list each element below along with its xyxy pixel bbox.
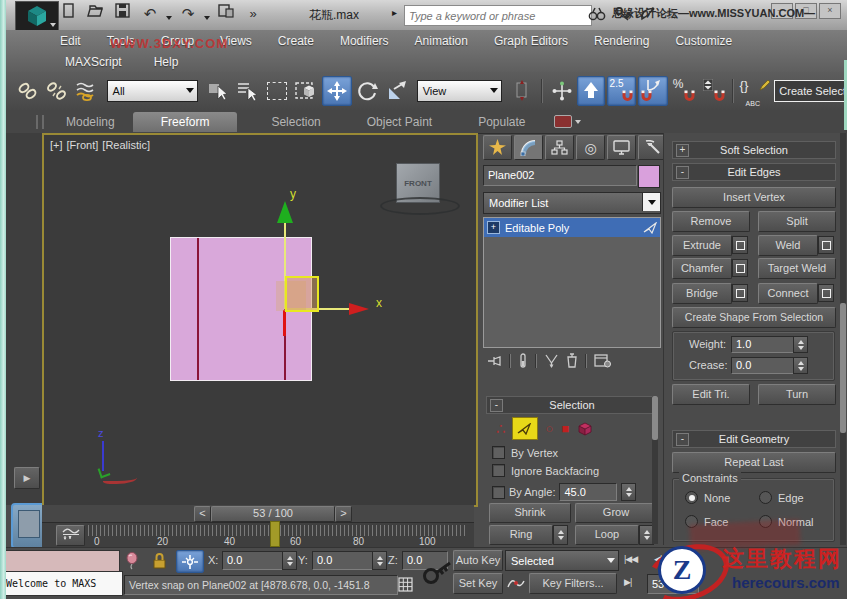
selection-lock-icon[interactable] — [152, 552, 167, 569]
weld-button[interactable]: Weld — [758, 235, 818, 256]
object-name-field[interactable]: Plane002 — [483, 165, 637, 186]
bind-to-space-warp-icon[interactable] — [73, 77, 101, 105]
soft-selection-rollout-header[interactable]: + Soft Selection — [672, 141, 836, 159]
ignore-backfacing-checkbox[interactable] — [492, 464, 505, 477]
menu-modifiers[interactable]: Modifiers — [337, 34, 392, 48]
license-key-icon[interactable] — [614, 6, 631, 22]
viewport-menu-shading[interactable]: [Realistic] — [102, 139, 150, 151]
window-crossing-toggle-icon[interactable] — [293, 77, 321, 105]
time-slider[interactable]: 53 / 100 — [211, 506, 335, 522]
extrude-settings-button[interactable] — [732, 236, 748, 254]
ribbon-tab-modeling[interactable]: Modeling — [54, 112, 127, 132]
ring-spinner[interactable] — [553, 525, 568, 545]
by-angle-row[interactable]: By Angle: 45.0 — [492, 483, 636, 501]
select-by-name-icon[interactable] — [234, 77, 262, 105]
repeat-last-button[interactable]: Repeat Last — [672, 452, 836, 473]
crease-field[interactable]: 0.0 — [731, 357, 795, 374]
show-end-result-icon[interactable] — [518, 353, 528, 368]
reference-coordinate-dropdown[interactable]: View — [417, 80, 503, 102]
bridge-settings-button[interactable] — [732, 284, 748, 302]
previous-frame-icon[interactable]: ◀| — [654, 554, 661, 564]
key-filters-button[interactable]: Key Filters... — [529, 573, 617, 594]
motion-tab[interactable]: ◎ — [576, 135, 605, 160]
viewport-menu-general[interactable]: [+] — [50, 139, 63, 151]
panel-scrollbar-thumb[interactable] — [652, 396, 658, 440]
by-angle-field[interactable]: 45.0 — [559, 483, 617, 501]
isolate-selection-icon[interactable] — [124, 552, 140, 570]
plane-edge-line[interactable] — [197, 238, 199, 380]
edit-named-selection-sets-icon[interactable]: {} ABC — [739, 77, 772, 105]
edge-subobject-button-active[interactable] — [512, 417, 538, 440]
target-weld-button[interactable]: Target Weld — [758, 258, 836, 279]
redo-icon[interactable]: ↷ — [177, 3, 199, 25]
weld-settings-button[interactable] — [818, 236, 834, 254]
hierarchy-tab[interactable] — [545, 135, 574, 160]
by-angle-checkbox[interactable] — [492, 486, 505, 499]
by-angle-spinner[interactable] — [621, 483, 636, 501]
display-tab[interactable] — [607, 135, 636, 160]
panel2-scrollbar-track[interactable] — [840, 133, 846, 545]
x-spinner[interactable] — [282, 551, 297, 570]
maxscript-mini-listener[interactable]: Welcome to MAXS — [2, 571, 123, 596]
undo-dropdown-icon[interactable] — [166, 16, 172, 20]
app-menu-button[interactable] — [15, 1, 59, 31]
configure-modifier-sets-icon[interactable] — [594, 353, 611, 368]
vertex-subobject-icon[interactable]: ∴ — [496, 420, 504, 438]
stack-expand-icon[interactable]: + — [487, 221, 500, 234]
restore-button[interactable]: □ — [795, 3, 817, 19]
y-coordinate-field[interactable]: 0.0 — [312, 551, 376, 570]
mini-curve-editor-button[interactable] — [56, 525, 85, 546]
viewport-front[interactable]: [+] [Front] [Realistic] FRONT y x z — [42, 133, 478, 507]
menu-graph-editors[interactable]: Graph Editors — [491, 34, 571, 48]
remove-modifier-icon[interactable] — [566, 353, 578, 368]
rectangular-selection-region-icon[interactable] — [263, 77, 291, 105]
loop-button[interactable]: Loop — [575, 525, 639, 545]
insert-vertex-button[interactable]: Insert Vertex — [672, 187, 836, 208]
auto-key-button[interactable]: Auto Key — [453, 550, 503, 571]
normal-radio[interactable] — [759, 515, 772, 528]
named-selection-input[interactable]: Create Selection — [774, 80, 847, 102]
default-tangent-icon[interactable] — [507, 575, 525, 591]
extrude-button[interactable]: Extrude — [672, 235, 732, 256]
ribbon-minimize-dropdown[interactable] — [554, 115, 581, 128]
bridge-button[interactable]: Bridge — [672, 283, 732, 304]
viewcube-compass-ring[interactable] — [380, 197, 460, 215]
chamfer-button[interactable]: Chamfer — [672, 258, 732, 279]
connect-settings-button[interactable] — [818, 284, 834, 302]
selection-rollout-header[interactable]: - Selection — [486, 396, 658, 414]
sidebar-expand-button[interactable]: ▶ — [14, 467, 40, 489]
use-pivot-point-icon[interactable] — [508, 77, 536, 105]
crease-spinner[interactable] — [793, 357, 808, 374]
current-frame-marker[interactable] — [270, 521, 280, 547]
pin-stack-icon[interactable] — [487, 354, 502, 368]
by-vertex-row[interactable]: By Vertex — [492, 446, 558, 459]
key-mode-dropdown[interactable]: Selected — [505, 550, 619, 571]
menu-help[interactable]: Help — [151, 55, 182, 69]
communication-center-icon[interactable] — [639, 6, 657, 22]
menu-views[interactable]: Views — [217, 34, 255, 48]
split-button[interactable]: Split — [758, 211, 836, 232]
ribbon-grip[interactable] — [36, 115, 44, 129]
object-color-swatch[interactable] — [638, 165, 660, 188]
menu-animation[interactable]: Animation — [412, 34, 471, 48]
qat-more-icon[interactable]: » — [242, 3, 264, 25]
element-subobject-icon[interactable] — [577, 421, 593, 436]
edit-edges-rollout-header[interactable]: - Edit Edges — [672, 163, 836, 181]
face-radio[interactable] — [685, 515, 698, 528]
constraint-edge[interactable]: Edge — [759, 491, 804, 504]
save-file-icon[interactable] — [112, 3, 134, 25]
open-file-icon[interactable] — [85, 3, 107, 25]
chamfer-settings-button[interactable] — [732, 259, 748, 277]
frame-prev-button[interactable]: < — [194, 506, 211, 522]
modifier-list-arrow-icon[interactable] — [642, 193, 660, 211]
viewport-menu-view[interactable]: [Front] — [67, 139, 99, 151]
turn-button[interactable]: Turn — [758, 384, 836, 405]
x-coordinate-field[interactable]: 0.0 — [222, 551, 286, 570]
menu-group[interactable]: Group — [158, 34, 197, 48]
by-vertex-checkbox[interactable] — [492, 446, 505, 459]
minimize-button[interactable]: — — [771, 3, 793, 19]
constraint-normal[interactable]: Normal — [759, 515, 813, 528]
weight-spinner[interactable] — [793, 336, 808, 353]
select-object-icon[interactable] — [204, 77, 232, 105]
select-and-move-button[interactable] — [322, 76, 352, 106]
